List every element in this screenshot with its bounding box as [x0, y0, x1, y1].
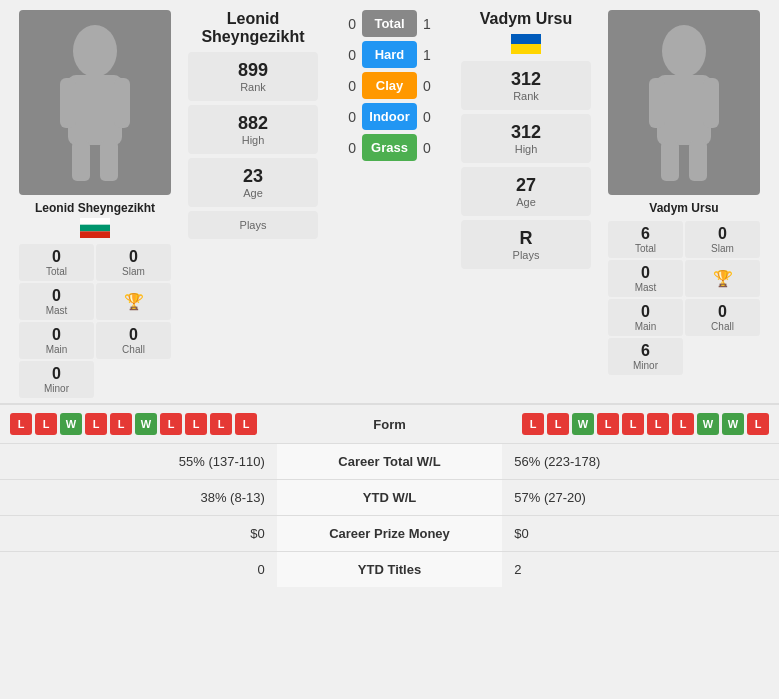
player1-title-name: LeonidSheyngezikht [188, 10, 318, 46]
svg-rect-14 [703, 78, 719, 128]
grass-left: 0 [326, 140, 356, 156]
form-badge-l: L [547, 413, 569, 435]
grass-btn[interactable]: Grass [362, 134, 417, 161]
player2-main-value: 0 [641, 303, 650, 321]
form-badge-w: W [722, 413, 744, 435]
form-badge-l: L [185, 413, 207, 435]
player1-mast-label: Mast [46, 305, 68, 316]
ytd-titles-label: YTD Titles [277, 552, 503, 588]
form-badge-w: W [697, 413, 719, 435]
total-right: 1 [423, 16, 453, 32]
player1-minor-label: Minor [44, 383, 69, 394]
career-wl-label: Career Total W/L [277, 444, 503, 480]
player1-high-value: 882 [238, 113, 268, 134]
top-section: Leonid Sheyngezikht 0 Total 0 Slam [0, 0, 779, 403]
form-badge-l: L [85, 413, 107, 435]
ytd-wl-left: 38% (8-13) [0, 480, 277, 516]
player2-rank-label: Rank [513, 90, 539, 102]
total-btn[interactable]: Total [362, 10, 417, 37]
player1-rank-label: Rank [240, 81, 266, 93]
player2-minor-label: Minor [633, 360, 658, 371]
player2-plays-value: R [520, 228, 533, 249]
svg-rect-8 [80, 231, 110, 238]
total-row: 0 Total 1 [326, 10, 453, 37]
player1-total-box: 0 Total [19, 244, 94, 281]
svg-rect-1 [68, 75, 122, 145]
player1-total-label: Total [46, 266, 67, 277]
player1-plays-label: Plays [240, 219, 267, 231]
ytd-wl-right: 57% (27-20) [502, 480, 779, 516]
player2-high-value: 312 [511, 122, 541, 143]
svg-point-11 [662, 25, 706, 77]
form-badge-w: W [572, 413, 594, 435]
prize-label: Career Prize Money [277, 516, 503, 552]
player1-chall-value: 0 [129, 326, 138, 344]
player2-main-label: Main [635, 321, 657, 332]
form-badge-w: W [135, 413, 157, 435]
player1-rank-box: 899 Rank [188, 52, 318, 101]
player2-title-name: Vadym Ursu [461, 10, 591, 28]
player2-total-label: Total [635, 243, 656, 254]
player1-mast-box: 0 Mast [19, 283, 94, 320]
form-badge-l: L [160, 413, 182, 435]
svg-rect-10 [511, 44, 541, 54]
grass-row: 0 Grass 0 [326, 134, 453, 161]
player2-form-badges: LLWLLLLWWL [450, 413, 770, 435]
player2-minor-box: 6 Minor [608, 338, 683, 375]
ytd-titles-left: 0 [0, 552, 277, 588]
prize-row: $0 Career Prize Money $0 [0, 516, 779, 552]
player1-minor-value: 0 [52, 365, 61, 383]
player1-total-value: 0 [52, 248, 61, 266]
svg-rect-12 [657, 75, 711, 145]
svg-rect-2 [60, 78, 76, 128]
player2-mast-value: 0 [641, 264, 650, 282]
player2-chall-value: 0 [718, 303, 727, 321]
player2-trophy-box: 🏆 [685, 260, 760, 297]
player1-card: Leonid Sheyngezikht 0 Total 0 Slam [10, 10, 180, 398]
player2-photo [608, 10, 760, 195]
player1-high-box: 882 High [188, 105, 318, 154]
player2-mast-box: 0 Mast [608, 260, 683, 297]
grass-right: 0 [423, 140, 453, 156]
prize-right: $0 [502, 516, 779, 552]
hard-left: 0 [326, 47, 356, 63]
form-badge-l: L [110, 413, 132, 435]
player1-minor-box: 0 Minor [19, 361, 94, 398]
svg-rect-7 [80, 225, 110, 232]
player2-flag [461, 34, 591, 54]
player1-high-label: High [242, 134, 265, 146]
player2-total-box: 6 Total [608, 221, 683, 258]
player1-photo [19, 10, 171, 195]
player2-card: Vadym Ursu 6 Total 0 Slam 0 Mast 🏆 [599, 10, 769, 375]
player2-minor-value: 6 [641, 342, 650, 360]
player2-chall-box: 0 Chall [685, 299, 760, 336]
form-badge-l: L [622, 413, 644, 435]
career-wl-right: 56% (223-178) [502, 444, 779, 480]
form-badge-l: L [522, 413, 544, 435]
player2-total-value: 6 [641, 225, 650, 243]
player1-form-badges: LLWLLWLLLL [10, 413, 330, 435]
svg-rect-5 [100, 141, 118, 181]
prize-left: $0 [0, 516, 277, 552]
ytd-titles-row: 0 YTD Titles 2 [0, 552, 779, 588]
clay-btn[interactable]: Clay [362, 72, 417, 99]
svg-rect-16 [689, 141, 707, 181]
ytd-titles-right: 2 [502, 552, 779, 588]
hard-btn[interactable]: Hard [362, 41, 417, 68]
player1-main-box: 0 Main [19, 322, 94, 359]
player1-chall-box: 0 Chall [96, 322, 171, 359]
player1-slam-box: 0 Slam [96, 244, 171, 281]
player2-slam-box: 0 Slam [685, 221, 760, 258]
svg-rect-4 [72, 141, 90, 181]
player1-stats-grid: 0 Total 0 Slam 0 Mast 🏆 0 Main [19, 244, 171, 398]
form-badge-l: L [747, 413, 769, 435]
player1-slam-value: 0 [129, 248, 138, 266]
ytd-wl-label: YTD W/L [277, 480, 503, 516]
ytd-wl-row: 38% (8-13) YTD W/L 57% (27-20) [0, 480, 779, 516]
player2-plays-box: R Plays [461, 220, 591, 269]
form-badge-l: L [597, 413, 619, 435]
player2-right-stats: Vadym Ursu 312 Rank 312 High 27 Age [461, 10, 591, 269]
hard-row: 0 Hard 1 [326, 41, 453, 68]
indoor-btn[interactable]: Indoor [362, 103, 417, 130]
form-badge-l: L [235, 413, 257, 435]
